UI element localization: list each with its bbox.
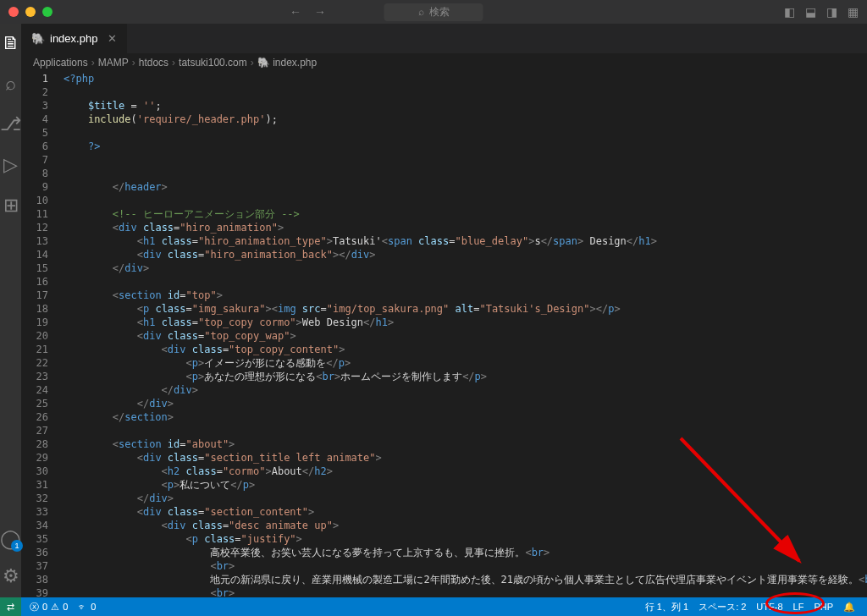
- editor-tabs: 🐘 index.php ✕ ◫ ⋯: [21, 24, 867, 53]
- source-control-icon[interactable]: ⎇: [0, 113, 21, 135]
- window-controls: [8, 7, 52, 17]
- nav-forward-icon[interactable]: →: [314, 5, 326, 19]
- nav-arrows: ← →: [290, 5, 326, 19]
- encoding-status[interactable]: UTF-8: [751, 602, 787, 612]
- titlebar: ← → ⌕ 検索 ◧ ⬓ ◨ ▦: [0, 0, 867, 24]
- code-editor[interactable]: <?php $title = ''; include('require/_hea…: [64, 72, 867, 597]
- layout-controls: ◧ ⬓ ◨ ▦: [784, 5, 859, 19]
- run-debug-icon[interactable]: ▷: [3, 154, 18, 176]
- remote-button[interactable]: ⇄: [0, 597, 21, 616]
- notifications-icon[interactable]: 🔔: [838, 602, 860, 613]
- radio-icon: ᯤ: [78, 602, 87, 612]
- minimize-window-button[interactable]: [25, 7, 36, 17]
- cursor-position[interactable]: 行 1、列 1: [640, 601, 693, 613]
- panel-right-icon[interactable]: ◨: [826, 5, 837, 19]
- explorer-icon[interactable]: 🗎: [2, 32, 20, 54]
- command-center[interactable]: ⌕ 検索: [384, 3, 483, 21]
- search-placeholder: 検索: [429, 5, 450, 19]
- tab-label: index.php: [50, 32, 97, 45]
- breadcrumb-item[interactable]: Applications: [33, 57, 88, 69]
- breadcrumb-item[interactable]: MAMP: [98, 57, 129, 69]
- language-mode[interactable]: PHP: [809, 602, 838, 612]
- nav-back-icon[interactable]: ←: [290, 5, 301, 19]
- line-numbers: 1234567891011121314151617181920212223242…: [21, 72, 64, 597]
- customize-layout-icon[interactable]: ▦: [848, 5, 859, 19]
- close-tab-icon[interactable]: ✕: [108, 32, 117, 45]
- close-window-button[interactable]: [8, 7, 19, 17]
- accounts-icon[interactable]: ◯1: [0, 528, 21, 550]
- eol-status[interactable]: LF: [788, 602, 809, 612]
- maximize-window-button[interactable]: [42, 7, 52, 17]
- indentation-status[interactable]: スペース: 2: [693, 601, 751, 613]
- php-file-icon: 🐘: [31, 32, 45, 45]
- problems-status[interactable]: ⓧ0 ⚠0: [25, 601, 73, 613]
- tab-index-php[interactable]: 🐘 index.php ✕: [21, 24, 128, 53]
- settings-gear-icon[interactable]: ⚙: [3, 565, 19, 587]
- breadcrumb-item[interactable]: 🐘 index.php: [257, 57, 317, 69]
- ports-status[interactable]: ᯤ0: [73, 602, 101, 612]
- breadcrumb-item[interactable]: htdocs: [139, 57, 168, 69]
- warning-icon: ⚠: [51, 602, 59, 613]
- status-bar: ⇄ ⓧ0 ⚠0 ᯤ0 行 1、列 1 スペース: 2 UTF-8 LF PHP …: [0, 597, 867, 616]
- search-activity-icon[interactable]: ⌕: [5, 73, 16, 95]
- editor-area: 🐘 index.php ✕ ◫ ⋯ Applications › MAMP › …: [21, 24, 867, 597]
- error-icon: ⓧ: [30, 601, 39, 613]
- activity-bar: 🗎 ⌕ ⎇ ▷ ⊞ ◯1 ⚙: [0, 24, 21, 597]
- panel-bottom-icon[interactable]: ⬓: [805, 5, 816, 19]
- extensions-icon[interactable]: ⊞: [3, 195, 19, 217]
- breadcrumb-item[interactable]: tatsuki100.com: [179, 57, 247, 69]
- breadcrumb[interactable]: Applications › MAMP › htdocs › tatsuki10…: [21, 53, 867, 72]
- panel-left-icon[interactable]: ◧: [784, 5, 795, 19]
- search-icon: ⌕: [418, 6, 424, 18]
